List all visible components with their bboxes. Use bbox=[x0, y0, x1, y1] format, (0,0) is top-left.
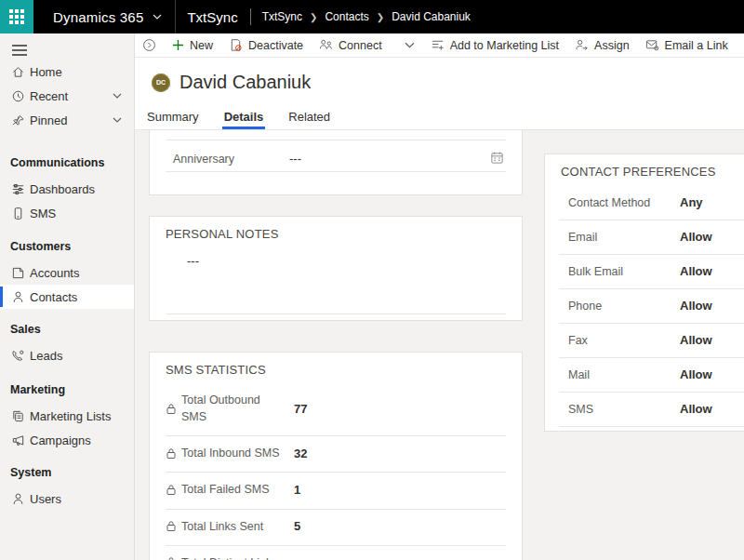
breadcrumb-app[interactable]: TxtSync bbox=[260, 10, 304, 23]
anniversary-field: Anniversary --- bbox=[166, 146, 506, 172]
pref-label: Bulk Email bbox=[559, 265, 666, 278]
deactivate-button[interactable]: Deactivate bbox=[229, 38, 303, 52]
app-launcher-waffle-icon[interactable] bbox=[0, 0, 33, 33]
megaphone-icon bbox=[10, 433, 25, 447]
sidebar-group-title: Customers bbox=[0, 238, 134, 255]
new-label: New bbox=[190, 39, 213, 52]
pref-value[interactable]: Allow bbox=[680, 230, 712, 244]
chevron-down-icon bbox=[153, 14, 162, 20]
sidebar-item-campaigns[interactable]: Campaigns bbox=[0, 428, 134, 452]
main-panel: New Deactivate Connect bbox=[135, 33, 744, 560]
pref-row-bulk-email: Bulk Email Allow bbox=[559, 255, 744, 289]
pref-label: Fax bbox=[559, 334, 666, 347]
hamburger-menu-icon[interactable] bbox=[0, 33, 134, 60]
sidebar-item-sms[interactable]: SMS bbox=[0, 201, 134, 225]
contact-preferences-card: CONTACT PREFERENCES Contact Method Any E… bbox=[544, 153, 744, 432]
sidebar-item-marketing-lists[interactable]: Marketing Lists bbox=[0, 404, 134, 428]
tab-summary[interactable]: Summary bbox=[147, 110, 199, 129]
pref-row-phone: Phone Allow bbox=[559, 289, 744, 324]
brand-label: Dynamics 365 bbox=[53, 9, 143, 25]
clock-icon bbox=[10, 88, 25, 103]
pref-label: Mail bbox=[559, 368, 666, 381]
pref-value[interactable]: Allow bbox=[680, 333, 712, 347]
site-map-sidebar: Home Recent Pinned Communications bbox=[0, 33, 135, 560]
command-bar-expand-icon[interactable] bbox=[142, 38, 156, 52]
sidebar-item-users[interactable]: Users bbox=[0, 487, 134, 511]
calendar-icon[interactable] bbox=[490, 151, 504, 165]
breadcrumb-chevron-icon: ❯ bbox=[310, 12, 317, 22]
pref-value[interactable]: Allow bbox=[680, 299, 712, 313]
sidebar-item-accounts[interactable]: Accounts bbox=[0, 260, 134, 285]
stat-row-total-failed-sms: Total Failed SMS 1 bbox=[166, 473, 506, 509]
email-a-link-button[interactable]: Email a Link bbox=[645, 38, 728, 52]
leads-icon bbox=[10, 348, 25, 363]
stat-label: Total Links Sent bbox=[181, 518, 286, 535]
anniversary-value[interactable]: --- bbox=[289, 152, 301, 166]
deactivate-label: Deactivate bbox=[248, 39, 303, 52]
stat-label: Total Failed SMS bbox=[181, 481, 286, 498]
add-to-marketing-list-button[interactable]: Add to Marketing List bbox=[431, 38, 559, 52]
personal-information-card: Anniversary --- bbox=[149, 130, 523, 195]
sidebar-item-recent[interactable]: Recent bbox=[0, 84, 134, 108]
topbar-divider-small bbox=[250, 8, 251, 25]
dynamics-brand-menu[interactable]: Dynamics 365 bbox=[53, 9, 162, 25]
connect-button[interactable]: Connect bbox=[319, 38, 382, 52]
add-to-marketing-list-icon bbox=[431, 38, 445, 52]
form-column-right: CONTACT PREFERENCES Contact Method Any E… bbox=[544, 153, 744, 432]
sidebar-group-title: System bbox=[0, 464, 134, 481]
breadcrumb-entity[interactable]: Contacts bbox=[323, 10, 370, 23]
sidebar-item-dashboards[interactable]: Dashboards bbox=[0, 177, 134, 201]
sidebar-item-label: SMS bbox=[30, 207, 56, 220]
stat-value: 5 bbox=[294, 519, 300, 533]
sms-statistics-title: SMS STATISTICS bbox=[150, 353, 522, 383]
contact-icon bbox=[10, 289, 25, 304]
assign-button[interactable]: Assign bbox=[575, 38, 630, 52]
pref-row-sms: SMS Allow bbox=[559, 393, 744, 427]
lock-icon bbox=[166, 447, 177, 460]
app-name[interactable]: TxtSync bbox=[187, 9, 237, 25]
accounts-icon bbox=[10, 265, 25, 280]
sidebar-item-label: Pinned bbox=[30, 113, 67, 127]
pref-label: Contact Method bbox=[559, 196, 666, 209]
stat-label: Total Outbound SMS bbox=[181, 392, 286, 425]
sidebar-item-label: Accounts bbox=[30, 266, 79, 280]
pref-row-email: Email Allow bbox=[559, 220, 744, 255]
email-a-link-label: Email a Link bbox=[665, 39, 728, 52]
personal-notes-card: PERSONAL NOTES --- bbox=[149, 216, 523, 321]
sidebar-item-label: Dashboards bbox=[30, 182, 95, 196]
sidebar-item-label: Contacts bbox=[30, 290, 77, 304]
pref-value[interactable]: Allow bbox=[680, 402, 712, 416]
tab-related[interactable]: Related bbox=[288, 110, 330, 129]
chevron-down-icon[interactable] bbox=[113, 117, 122, 123]
form-column-left: Anniversary --- PERSONAL NOTES --- SMS bbox=[149, 130, 523, 560]
breadcrumb-chevron-icon: ❯ bbox=[377, 12, 384, 22]
pref-value[interactable]: Allow bbox=[680, 367, 712, 381]
sidebar-group-title: Communications bbox=[0, 154, 134, 171]
pref-value[interactable]: Allow bbox=[680, 264, 712, 278]
chevron-down-icon[interactable] bbox=[113, 93, 122, 99]
new-button[interactable]: New bbox=[172, 39, 213, 52]
pref-row-mail: Mail Allow bbox=[559, 358, 744, 393]
record-title: David Cabaniuk bbox=[179, 72, 311, 93]
pref-value[interactable]: Any bbox=[680, 195, 703, 209]
plus-icon bbox=[172, 39, 184, 51]
add-to-marketing-list-label: Add to Marketing List bbox=[450, 39, 559, 52]
personal-notes-value[interactable]: --- bbox=[187, 254, 522, 268]
personal-notes-title: PERSONAL NOTES bbox=[150, 217, 522, 241]
sidebar-group-title: Sales bbox=[0, 321, 134, 338]
sms-statistics-card: SMS STATISTICS Total Outbound SMS 77 Tot… bbox=[149, 352, 523, 560]
pin-icon bbox=[10, 113, 25, 127]
home-icon bbox=[10, 64, 25, 79]
sidebar-item-home[interactable]: Home bbox=[0, 60, 134, 84]
breadcrumb-record[interactable]: David Cabaniuk bbox=[390, 10, 472, 23]
sidebar-item-contacts[interactable]: Contacts bbox=[0, 285, 134, 309]
sidebar-item-pinned[interactable]: Pinned bbox=[0, 108, 134, 132]
stat-row-total-distinct-link-clicks: Total Distinct Link Clicks 3 bbox=[166, 546, 506, 560]
stat-value: 1 bbox=[294, 483, 300, 497]
lock-icon bbox=[166, 484, 177, 496]
stat-label: Total Distinct Link Clicks bbox=[181, 554, 286, 560]
tab-details[interactable]: Details bbox=[224, 110, 264, 129]
sidebar-item-leads[interactable]: Leads bbox=[0, 343, 134, 367]
contact-avatar: DC bbox=[152, 73, 170, 92]
chevron-down-icon[interactable] bbox=[405, 42, 415, 48]
